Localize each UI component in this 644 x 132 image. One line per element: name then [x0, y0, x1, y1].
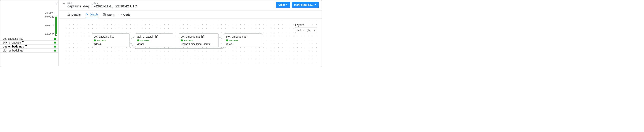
chevron-down-icon: ⌄ — [314, 29, 316, 31]
gantt-icon — [103, 13, 106, 16]
node-status-text: success — [97, 39, 106, 42]
run-duration-bar[interactable] — [55, 17, 57, 36]
node-meta: @task — [137, 43, 171, 45]
status-success-icon — [94, 39, 96, 41]
layout-control: Layout: Left -> Right ⌄ — [295, 23, 317, 33]
node-ask-a-captain[interactable]: ask_a_captain [8] success @task — [135, 33, 173, 47]
left-grid-panel: « Duration 00:00:29 00:00:14 00:00:00 ge… — [0, 0, 59, 66]
tab-label: Gantt — [107, 13, 114, 16]
task-row-label: plot_embeddings — [3, 49, 23, 52]
node-title: ask_a_captain [8] — [137, 35, 171, 38]
status-success-icon — [54, 46, 56, 47]
status-success-icon — [137, 39, 139, 41]
duration-tick: 00:00:29 — [45, 16, 54, 18]
node-meta: OpenAIEmbeddingOperator — [181, 43, 216, 45]
node-title: get_captains_list — [94, 35, 128, 38]
breadcrumb-big: captains_dag — [68, 4, 89, 8]
tab-bar: Details Graph Gantt Code — [60, 11, 322, 19]
task-row-get-embeddings[interactable]: get_embeddings [ ] — [0, 45, 58, 49]
chevron-down-icon — [315, 4, 316, 5]
status-success-icon — [54, 42, 56, 43]
duration-tick: 00:00:00 — [45, 33, 54, 36]
clear-button[interactable]: Clear — [276, 2, 290, 8]
code-icon — [120, 13, 122, 16]
node-meta: @task — [94, 43, 128, 45]
chevron-down-icon — [286, 4, 288, 5]
right-detail-panel: » DAG captains_dag / Run ▶2023-11-13, 22… — [60, 0, 322, 66]
duration-tick: 00:00:14 — [45, 24, 54, 27]
breadcrumb-small: Run — [94, 2, 137, 4]
tab-label: Graph — [90, 13, 98, 16]
duration-axis: 00:00:29 00:00:14 00:00:00 — [46, 15, 57, 36]
task-row-get-captains-list[interactable]: get_captains_list — [0, 37, 58, 41]
node-get-embeddings[interactable]: get_embeddings [8] success OpenAIEmbeddi… — [179, 33, 218, 47]
expand-right-icon[interactable]: » — [63, 1, 65, 5]
svg-rect-3 — [86, 15, 86, 15]
node-status: success — [137, 39, 171, 42]
node-status-text: success — [184, 39, 193, 42]
status-success-icon — [54, 38, 56, 40]
task-row-ask-a-captain[interactable]: ask_a_captain [ ] — [0, 41, 58, 45]
node-get-captains-list[interactable]: get_captains_list success @task — [92, 33, 130, 47]
collapse-left-icon[interactable]: « — [56, 1, 58, 5]
layout-select-value: Left -> Right — [297, 29, 310, 31]
node-meta: @task — [226, 43, 260, 45]
clear-button-label: Clear — [278, 3, 285, 6]
mark-state-button-label: Mark state as… — [294, 3, 314, 6]
graph-icon — [86, 13, 88, 16]
scrub-handle-icon[interactable] — [56, 34, 57, 35]
tab-label: Code — [124, 13, 130, 16]
tab-label: Details — [72, 13, 81, 16]
task-list: get_captains_list ask_a_captain [ ] get_… — [0, 37, 58, 53]
header-buttons: Clear Mark state as… — [276, 2, 320, 8]
mark-state-button[interactable]: Mark state as… — [292, 2, 319, 8]
duration-label: Duration — [45, 11, 54, 14]
node-status: success — [94, 39, 128, 42]
status-success-icon — [226, 39, 228, 41]
status-success-icon — [181, 39, 183, 41]
graph-canvas[interactable]: Layout: Left -> Right ⌄ get_captains_lis… — [64, 19, 320, 65]
breadcrumb-header: DAG captains_dag / Run ▶2023-11-13, 22:1… — [60, 0, 322, 11]
node-title: plot_embeddings — [226, 35, 260, 38]
warning-icon — [68, 13, 70, 16]
svg-point-1 — [69, 15, 69, 15]
task-row-label: get_captains_list — [3, 37, 22, 40]
status-success-icon — [54, 50, 56, 51]
node-status-text: success — [229, 39, 238, 42]
layout-label: Layout: — [295, 23, 317, 27]
layout-select[interactable]: Left -> Right ⌄ — [295, 27, 317, 33]
node-status: success — [226, 39, 260, 42]
breadcrumb-run[interactable]: Run ▶2023-11-13, 22:10:42 UTC — [94, 2, 137, 8]
breadcrumb-big: ▶2023-11-13, 22:10:42 UTC — [94, 4, 137, 8]
tab-code[interactable]: Code — [120, 13, 130, 18]
breadcrumb-small: DAG — [68, 2, 89, 4]
task-row-plot-embeddings[interactable]: plot_embeddings — [0, 49, 58, 53]
task-row-label: get_embeddings [ ] — [3, 45, 27, 48]
breadcrumb-run-text: 2023-11-13, 22:10:42 UTC — [96, 4, 137, 8]
task-row-label: ask_a_captain [ ] — [3, 41, 24, 44]
node-plot-embeddings[interactable]: plot_embeddings success @task — [224, 33, 262, 47]
tab-details[interactable]: Details — [68, 13, 81, 18]
node-title: get_embeddings [8] — [181, 35, 216, 38]
tab-graph[interactable]: Graph — [86, 13, 98, 18]
svg-rect-4 — [88, 14, 88, 15]
node-status-text: success — [140, 39, 149, 42]
play-icon: ▶ — [94, 5, 96, 8]
node-status: success — [181, 39, 216, 42]
breadcrumb-sep: / — [92, 4, 93, 8]
breadcrumb-dag[interactable]: DAG captains_dag — [68, 2, 89, 8]
tab-gantt[interactable]: Gantt — [103, 13, 114, 18]
svg-rect-2 — [86, 13, 86, 14]
